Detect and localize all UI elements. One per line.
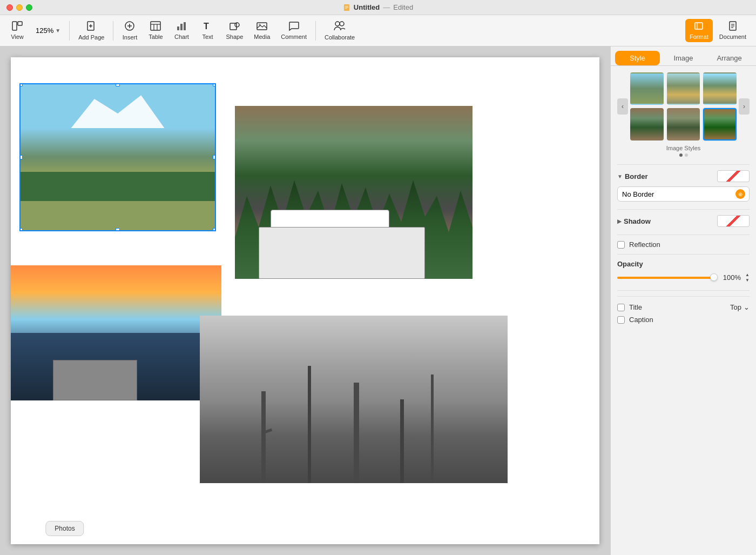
toolbar-divider-2 <box>113 21 113 41</box>
style-thumb-4[interactable] <box>630 108 664 141</box>
photos-label: Photos <box>55 525 75 532</box>
opacity-control: 100% ▲ ▼ <box>617 272 750 283</box>
shape-button[interactable]: Shape <box>221 19 247 42</box>
opacity-stepper[interactable]: ▲ ▼ <box>745 272 750 283</box>
reflection-checkbox[interactable] <box>617 241 625 249</box>
format-button[interactable]: Format <box>685 19 713 42</box>
opacity-section: Opacity 100% ▲ ▼ <box>617 260 750 283</box>
cactus3 <box>354 383 359 483</box>
section-divider-5 <box>617 290 750 291</box>
style-next-button[interactable]: › <box>739 98 750 115</box>
style-prev-button[interactable]: ‹ <box>617 98 628 115</box>
opacity-slider[interactable] <box>617 277 717 279</box>
panel-tabs: Style Image Arrange <box>611 46 756 66</box>
add-page-button[interactable]: Add Page <box>74 18 109 43</box>
zoom-chevron-icon: ▼ <box>55 28 60 34</box>
opacity-down-icon[interactable]: ▼ <box>745 278 750 283</box>
title-position-dropdown[interactable]: Top ⌄ <box>730 303 750 311</box>
handle-mr[interactable] <box>213 155 215 159</box>
shadow-section: ▶ Shadow <box>617 215 750 227</box>
style-thumb-3[interactable] <box>703 72 737 105</box>
collaborate-button[interactable]: Collaborate <box>320 18 359 43</box>
minimize-button[interactable] <box>16 4 23 11</box>
style-thumb-5[interactable] <box>667 108 700 141</box>
insert-button[interactable]: Insert <box>118 18 141 43</box>
shadow-label: Shadow <box>624 217 651 225</box>
zoom-button[interactable]: 125% ▼ <box>31 24 65 37</box>
handle-br[interactable] <box>213 228 215 230</box>
desert-bw-image[interactable] <box>200 316 508 483</box>
traffic-lights <box>6 4 32 11</box>
section-divider-2 <box>617 209 750 210</box>
svg-rect-12 <box>151 22 160 30</box>
table-button[interactable]: Table <box>144 19 167 42</box>
svg-point-21 <box>235 23 239 27</box>
reflection-label: Reflection <box>629 240 660 249</box>
svg-rect-4 <box>12 22 17 30</box>
photos-button[interactable]: Photos <box>45 521 84 536</box>
handle-tl[interactable] <box>21 84 23 86</box>
shadow-color-picker[interactable] <box>717 215 750 227</box>
title-position-value: Top <box>730 303 741 311</box>
border-chevron-icon[interactable]: ▼ <box>617 173 623 179</box>
title-caption-section: Title Top ⌄ Caption <box>617 296 750 324</box>
style-dot-1 <box>679 153 683 157</box>
meadow-detail <box>21 201 215 230</box>
svg-rect-3 <box>345 8 347 9</box>
text-button[interactable]: T Text <box>195 19 219 42</box>
toolbar-divider-3 <box>315 21 316 41</box>
canvas-area[interactable]: Photos <box>0 46 610 555</box>
media-button[interactable]: Media <box>249 19 274 42</box>
border-color-picker[interactable] <box>717 170 750 182</box>
add-page-label: Add Page <box>78 34 104 41</box>
rv-body <box>53 360 137 400</box>
title-left: Title <box>617 303 642 311</box>
table-icon <box>150 21 161 32</box>
opacity-thumb[interactable] <box>710 273 718 281</box>
border-select-container: No Border ⊕ <box>617 186 750 202</box>
handle-bl[interactable] <box>21 228 23 230</box>
chart-button[interactable]: Chart <box>170 19 193 42</box>
cactus5 <box>431 375 434 484</box>
chart-icon <box>176 21 187 32</box>
document-button[interactable]: Document <box>715 19 751 42</box>
media-icon <box>256 21 267 32</box>
section-divider-1 <box>617 164 750 165</box>
view-button[interactable]: View <box>5 19 29 42</box>
caption-row: Caption <box>617 316 750 324</box>
comment-button[interactable]: Comment <box>276 19 311 42</box>
collaborate-icon <box>333 21 346 33</box>
sunset-rv-image[interactable] <box>11 265 221 400</box>
shadow-title: ▶ Shadow <box>617 217 651 225</box>
opacity-up-icon[interactable]: ▲ <box>745 272 750 278</box>
close-button[interactable] <box>6 4 13 11</box>
maximize-button[interactable] <box>26 4 32 11</box>
title-checkbox[interactable] <box>617 304 625 311</box>
forest-camper-image[interactable] <box>235 106 473 279</box>
tab-arrange[interactable]: Arrange <box>707 51 752 65</box>
handle-ml[interactable] <box>21 155 23 159</box>
style-thumb-1[interactable] <box>630 72 664 105</box>
border-type-select[interactable]: No Border <box>617 186 750 202</box>
handle-bm[interactable] <box>116 228 120 230</box>
tab-style[interactable]: Style <box>615 51 660 65</box>
panel-content: ‹ › Image Styles <box>611 66 756 555</box>
collaborate-label: Collaborate <box>325 34 355 41</box>
svg-point-25 <box>340 22 344 26</box>
border-select-arrow-icon: ⊕ <box>735 189 745 199</box>
handle-tr[interactable] <box>213 84 215 86</box>
tab-image[interactable]: Image <box>661 51 706 65</box>
style-pagination <box>617 153 750 157</box>
shadow-chevron-icon[interactable]: ▶ <box>617 218 622 224</box>
titlebar: Untitled — Edited <box>0 0 756 15</box>
style-thumb-2[interactable] <box>667 72 700 105</box>
caption-checkbox[interactable] <box>617 316 625 324</box>
opacity-value: 100% <box>721 273 741 282</box>
handle-tm[interactable] <box>116 84 120 86</box>
caption-label: Caption <box>629 316 653 324</box>
comment-icon <box>288 21 299 32</box>
border-header: ▼ Border <box>617 170 750 182</box>
toolbar-right: Format Document <box>685 19 751 42</box>
style-thumb-6[interactable] <box>703 108 737 141</box>
mountains-image[interactable] <box>21 84 215 230</box>
